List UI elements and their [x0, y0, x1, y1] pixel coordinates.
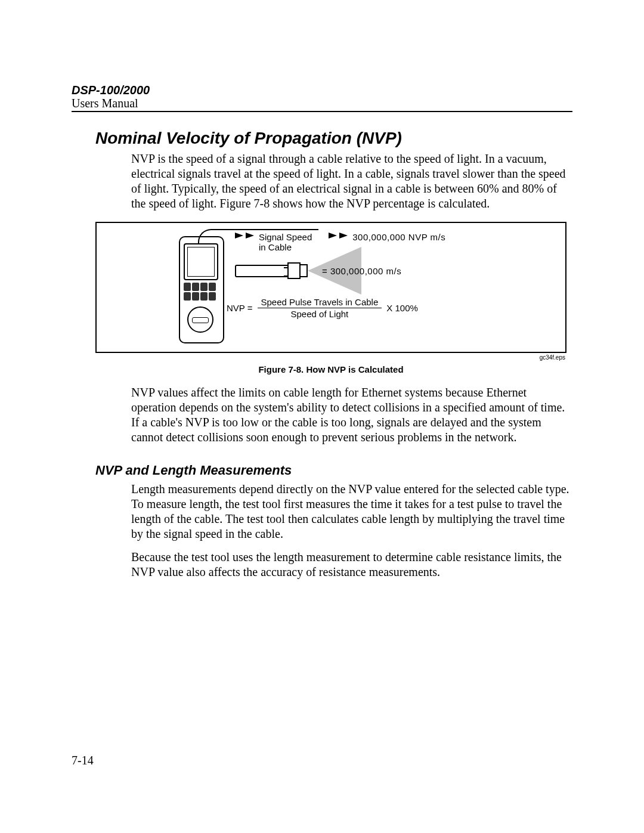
page-header: DSP-100/2000 Users Manual	[72, 83, 572, 112]
figure-caption: Figure 7-8. How NVP is Calculated	[95, 364, 566, 374]
formula-rhs: X 100%	[386, 303, 418, 313]
page-number: 7-14	[72, 754, 94, 767]
figure-7-8: Signal Speed in Cable 300,000,000 NVP m/…	[95, 222, 566, 374]
nvp-ms-label: 300,000,000 NVP m/s	[352, 233, 445, 243]
section-heading-nvp: Nominal Velocity of Propagation (NVP)	[95, 129, 572, 148]
product-model: DSP-100/2000	[72, 83, 572, 97]
figure-box: Signal Speed in Cable 300,000,000 NVP m/…	[95, 222, 566, 353]
eps-filename: gc34f.eps	[95, 354, 565, 361]
nvp-intro-paragraph: NVP is the speed of a signal through a c…	[131, 151, 572, 211]
manual-page: DSP-100/2000 Users Manual Nominal Veloci…	[0, 0, 644, 833]
formula-numerator: Speed Pulse Travels in Cable	[258, 297, 382, 308]
arrow-icon	[246, 233, 254, 239]
signal-speed-label: Signal Speed in Cable	[259, 233, 312, 252]
arrow-icon	[235, 233, 243, 239]
arrow-icon	[339, 233, 348, 239]
nvp-limits-paragraph: NVP values affect the limits on cable le…	[131, 385, 572, 445]
formula-denominator: Speed of Light	[258, 308, 382, 319]
dsp-device-illustration	[179, 236, 222, 341]
flashlight-icon	[235, 261, 309, 279]
figure-top-labels: Signal Speed in Cable 300,000,000 NVP m/…	[235, 233, 553, 252]
length-paragraph-1: Length measurements depend directly on t…	[131, 482, 572, 541]
nvp-formula: NVP = Speed Pulse Travels in Cable Speed…	[227, 297, 418, 319]
length-paragraph-2: Because the test tool uses the length me…	[131, 550, 572, 580]
formula-lhs: NVP =	[227, 303, 253, 313]
speed-of-light-label: = 300,000,000 m/s	[322, 266, 401, 276]
document-type: Users Manual	[72, 97, 572, 110]
arrow-icon	[329, 233, 337, 239]
subsection-heading-length: NVP and Length Measurements	[95, 463, 572, 478]
